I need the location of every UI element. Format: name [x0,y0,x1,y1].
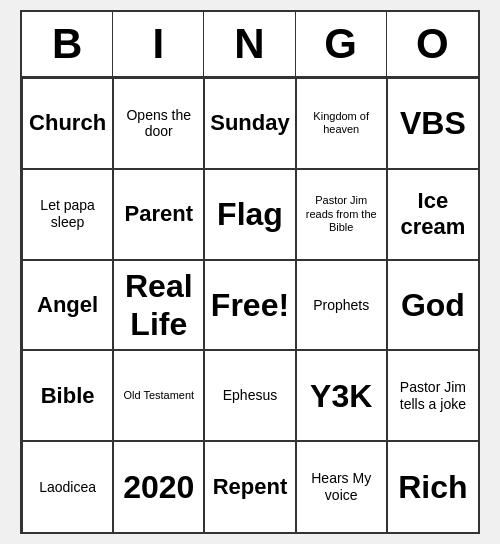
cell-text-6: Parent [125,201,193,227]
cell-text-17: Ephesus [223,387,277,404]
cell-text-3: Kingdom of heaven [301,110,382,136]
cell-text-7: Flag [217,195,283,233]
cell-text-8: Pastor Jim reads from the Bible [301,194,382,234]
bingo-cell-21[interactable]: 2020 [113,441,204,532]
cell-text-4: VBS [400,104,466,142]
cell-text-2: Sunday [210,110,289,136]
bingo-cell-4[interactable]: VBS [387,78,478,169]
bingo-cell-19[interactable]: Pastor Jim tells a joke [387,350,478,441]
cell-text-18: Y3K [310,377,372,415]
bingo-cell-12[interactable]: Free! [204,260,295,351]
bingo-cell-2[interactable]: Sunday [204,78,295,169]
bingo-cell-18[interactable]: Y3K [296,350,387,441]
bingo-cell-10[interactable]: Angel [22,260,113,351]
bingo-cell-17[interactable]: Ephesus [204,350,295,441]
bingo-cell-15[interactable]: Bible [22,350,113,441]
header-letter-g: G [296,12,387,76]
cell-text-15: Bible [41,383,95,409]
bingo-cell-20[interactable]: Laodicea [22,441,113,532]
bingo-cell-3[interactable]: Kingdom of heaven [296,78,387,169]
cell-text-12: Free! [211,286,289,324]
bingo-cell-22[interactable]: Repent [204,441,295,532]
cell-text-9: Ice cream [392,188,474,241]
bingo-cell-0[interactable]: Church [22,78,113,169]
bingo-cell-16[interactable]: Old Testament [113,350,204,441]
header-letter-n: N [204,12,295,76]
cell-text-0: Church [29,110,106,136]
bingo-cell-1[interactable]: Opens the door [113,78,204,169]
cell-text-19: Pastor Jim tells a joke [392,379,474,413]
cell-text-13: Prophets [313,297,369,314]
bingo-cell-23[interactable]: Hears My voice [296,441,387,532]
bingo-card: BINGO ChurchOpens the doorSundayKingdom … [20,10,480,534]
bingo-cell-9[interactable]: Ice cream [387,169,478,260]
cell-text-23: Hears My voice [301,470,382,504]
cell-text-14: God [401,286,465,324]
bingo-cell-24[interactable]: Rich [387,441,478,532]
header-letter-i: I [113,12,204,76]
cell-text-20: Laodicea [39,479,96,496]
cell-text-16: Old Testament [123,389,194,402]
cell-text-22: Repent [213,474,288,500]
bingo-cell-11[interactable]: Real Life [113,260,204,351]
cell-text-5: Let papa sleep [27,197,108,231]
header-letter-b: B [22,12,113,76]
bingo-cell-7[interactable]: Flag [204,169,295,260]
bingo-grid: ChurchOpens the doorSundayKingdom of hea… [22,78,478,532]
bingo-cell-14[interactable]: God [387,260,478,351]
bingo-cell-8[interactable]: Pastor Jim reads from the Bible [296,169,387,260]
cell-text-10: Angel [37,292,98,318]
cell-text-24: Rich [398,468,467,506]
bingo-cell-5[interactable]: Let papa sleep [22,169,113,260]
cell-text-21: 2020 [123,468,194,506]
header-letter-o: O [387,12,478,76]
cell-text-11: Real Life [118,267,199,344]
cell-text-1: Opens the door [118,107,199,141]
bingo-header: BINGO [22,12,478,78]
bingo-cell-13[interactable]: Prophets [296,260,387,351]
bingo-cell-6[interactable]: Parent [113,169,204,260]
